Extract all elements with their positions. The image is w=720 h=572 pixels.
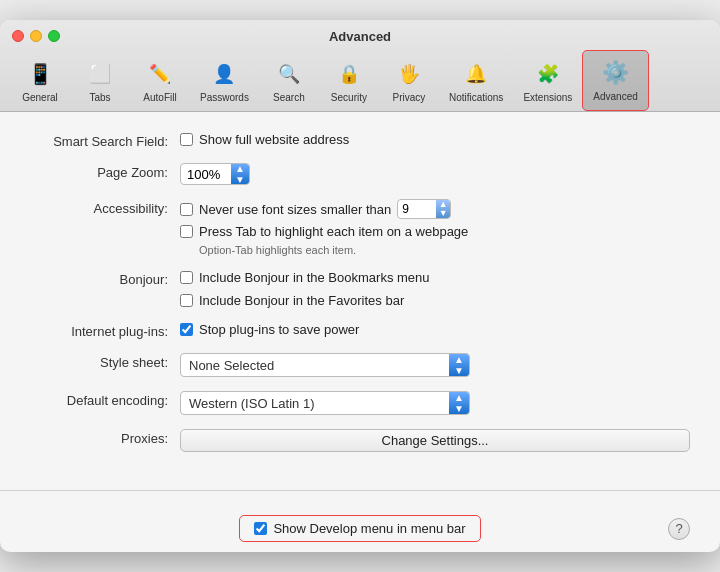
- stop-plugins-checkbox[interactable]: [180, 323, 193, 336]
- bonjour-favorites-label: Include Bonjour in the Favorites bar: [199, 293, 404, 308]
- titlebar: Advanced GeneralTabsAutoFillPasswordsSea…: [0, 20, 720, 112]
- main-window: Advanced GeneralTabsAutoFillPasswordsSea…: [0, 20, 720, 552]
- default-encoding-row: Default encoding: Western (ISO Latin 1) …: [30, 391, 690, 415]
- default-encoding-label: Default encoding:: [30, 391, 180, 408]
- tabs-icon: [84, 58, 116, 90]
- content-divider: [0, 490, 720, 491]
- toolbar-label-notifications: Notifications: [449, 92, 503, 103]
- zoom-select-wrapper[interactable]: 100% 75% 85% 115% 125% 150% ▲▼: [180, 163, 250, 185]
- toolbar-item-advanced[interactable]: Advanced: [582, 50, 648, 111]
- bottom-section: Show Develop menu in menu bar ?: [0, 501, 720, 552]
- close-button[interactable]: [12, 30, 24, 42]
- toolbar-label-autofill: AutoFill: [143, 92, 176, 103]
- toolbar-item-autofill[interactable]: AutoFill: [130, 52, 190, 111]
- zoom-arrows[interactable]: ▲▼: [231, 164, 249, 184]
- never-smaller-label: Never use font sizes smaller than: [199, 202, 391, 217]
- toolbar-item-passwords[interactable]: Passwords: [190, 52, 259, 111]
- notifications-icon: [460, 58, 492, 90]
- smart-search-control: Show full website address: [180, 132, 690, 147]
- page-zoom-control: 100% 75% 85% 115% 125% 150% ▲▼: [180, 163, 690, 185]
- toolbar-label-privacy: Privacy: [393, 92, 426, 103]
- toolbar-label-security: Security: [331, 92, 367, 103]
- proxies-label: Proxies:: [30, 429, 180, 446]
- press-tab-label: Press Tab to highlight each item on a we…: [199, 224, 468, 239]
- security-icon: [333, 58, 365, 90]
- style-sheet-control: None Selected ▲▼: [180, 353, 690, 377]
- accessibility-hint: Option-Tab highlights each item.: [199, 244, 690, 256]
- toolbar-item-privacy[interactable]: Privacy: [379, 52, 439, 111]
- proxies-row: Proxies: Change Settings...: [30, 429, 690, 452]
- bonjour-bookmarks-label: Include Bonjour in the Bookmarks menu: [199, 270, 430, 285]
- internet-plugins-control: Stop plug-ins to save power: [180, 322, 690, 337]
- accessibility-control: Never use font sizes smaller than 9 10 1…: [180, 199, 690, 256]
- default-encoding-value: Western (ISO Latin 1): [181, 396, 449, 411]
- style-sheet-arrows[interactable]: ▲▼: [449, 354, 469, 376]
- never-smaller-checkbox[interactable]: [180, 203, 193, 216]
- internet-plugins-row: Internet plug-ins: Stop plug-ins to save…: [30, 322, 690, 339]
- minimize-button[interactable]: [30, 30, 42, 42]
- show-full-address-checkbox[interactable]: [180, 133, 193, 146]
- accessibility-row: Accessibility: Never use font sizes smal…: [30, 199, 690, 256]
- font-size-arrows[interactable]: ▲▼: [436, 200, 450, 218]
- passwords-icon: [208, 58, 240, 90]
- style-sheet-row: Style sheet: None Selected ▲▼: [30, 353, 690, 377]
- privacy-icon: [393, 58, 425, 90]
- change-settings-button[interactable]: Change Settings...: [180, 429, 690, 452]
- bonjour-control: Include Bonjour in the Bookmarks menu In…: [180, 270, 690, 308]
- extensions-icon: [532, 58, 564, 90]
- toolbar-label-passwords: Passwords: [200, 92, 249, 103]
- toolbar-item-notifications[interactable]: Notifications: [439, 52, 513, 111]
- bonjour-bookmarks-checkbox[interactable]: [180, 271, 193, 284]
- autofill-icon: [144, 58, 176, 90]
- style-sheet-value: None Selected: [181, 358, 449, 373]
- toolbar-item-general[interactable]: General: [10, 52, 70, 111]
- content-area: Smart Search Field: Show full website ad…: [0, 112, 720, 486]
- toolbar-label-advanced: Advanced: [593, 91, 637, 102]
- zoom-select[interactable]: 100% 75% 85% 115% 125% 150%: [181, 166, 231, 183]
- default-encoding-arrows[interactable]: ▲▼: [449, 392, 469, 414]
- toolbar: GeneralTabsAutoFillPasswordsSearchSecuri…: [0, 50, 720, 111]
- default-encoding-control: Western (ISO Latin 1) ▲▼: [180, 391, 690, 415]
- internet-plugins-label: Internet plug-ins:: [30, 322, 180, 339]
- font-size-select-wrapper[interactable]: 9 10 11 12 ▲▼: [397, 199, 451, 219]
- toolbar-label-tabs: Tabs: [89, 92, 110, 103]
- toolbar-label-extensions: Extensions: [523, 92, 572, 103]
- style-sheet-label: Style sheet:: [30, 353, 180, 370]
- style-sheet-dropdown[interactable]: None Selected ▲▼: [180, 353, 470, 377]
- toolbar-item-search[interactable]: Search: [259, 52, 319, 111]
- toolbar-label-general: General: [22, 92, 58, 103]
- toolbar-label-search: Search: [273, 92, 305, 103]
- toolbar-item-extensions[interactable]: Extensions: [513, 52, 582, 111]
- search-icon: [273, 58, 305, 90]
- toolbar-item-security[interactable]: Security: [319, 52, 379, 111]
- traffic-lights: [12, 30, 60, 42]
- help-button[interactable]: ?: [668, 518, 690, 540]
- general-icon: [24, 58, 56, 90]
- show-develop-label: Show Develop menu in menu bar: [273, 521, 465, 536]
- window-title: Advanced: [329, 29, 391, 44]
- proxies-control: Change Settings...: [180, 429, 690, 452]
- default-encoding-dropdown[interactable]: Western (ISO Latin 1) ▲▼: [180, 391, 470, 415]
- smart-search-row: Smart Search Field: Show full website ad…: [30, 132, 690, 149]
- press-tab-checkbox[interactable]: [180, 225, 193, 238]
- stop-plugins-label: Stop plug-ins to save power: [199, 322, 359, 337]
- show-full-address-label: Show full website address: [199, 132, 349, 147]
- show-develop-checkbox[interactable]: [254, 522, 267, 535]
- smart-search-label: Smart Search Field:: [30, 132, 180, 149]
- advanced-icon: [600, 57, 632, 89]
- bonjour-row: Bonjour: Include Bonjour in the Bookmark…: [30, 270, 690, 308]
- page-zoom-row: Page Zoom: 100% 75% 85% 115% 125% 150% ▲…: [30, 163, 690, 185]
- bonjour-favorites-checkbox[interactable]: [180, 294, 193, 307]
- develop-row: Show Develop menu in menu bar: [239, 515, 480, 542]
- font-size-select[interactable]: 9 10 11 12: [398, 202, 436, 216]
- accessibility-label: Accessibility:: [30, 199, 180, 216]
- bonjour-label: Bonjour:: [30, 270, 180, 287]
- page-zoom-label: Page Zoom:: [30, 163, 180, 180]
- toolbar-item-tabs[interactable]: Tabs: [70, 52, 130, 111]
- maximize-button[interactable]: [48, 30, 60, 42]
